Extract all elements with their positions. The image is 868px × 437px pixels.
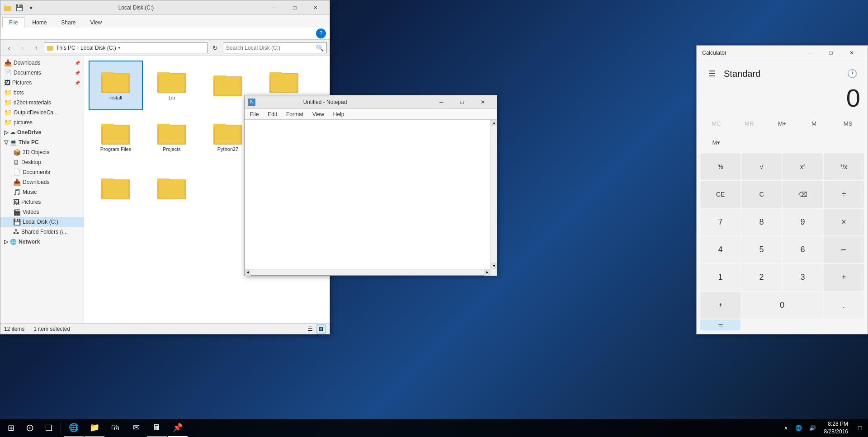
calc-decimal-button[interactable]: . xyxy=(824,292,864,319)
sidebar-item-downloads-quick[interactable]: 📥 Downloads 📌 xyxy=(0,58,84,68)
taskbar-calculator-button[interactable]: 🖩 xyxy=(147,419,167,437)
start-button[interactable]: ⊞ xyxy=(2,419,20,437)
calc-6-button[interactable]: 6 xyxy=(783,236,823,263)
minimize-button[interactable]: ─ xyxy=(264,0,284,15)
calculator-history-button[interactable]: 🕐 xyxy=(844,66,860,82)
calc-percent-button[interactable]: % xyxy=(700,153,741,180)
taskbar-mail-button[interactable]: ✉ xyxy=(126,419,146,437)
notepad-menu-format[interactable]: Format xyxy=(283,110,307,118)
sidebar-item-videos[interactable]: 🎬 Videos xyxy=(0,207,84,217)
tab-share[interactable]: Share xyxy=(54,17,82,28)
calc-2-button[interactable]: 2 xyxy=(741,264,782,291)
calc-9-button[interactable]: 9 xyxy=(783,209,823,235)
calc-add-button[interactable]: + xyxy=(824,264,864,291)
scroll-down-button[interactable]: ▼ xyxy=(491,263,497,269)
sidebar-item-bots[interactable]: 📁 bots xyxy=(0,88,84,98)
notepad-menu-help[interactable]: Help xyxy=(330,110,348,118)
notepad-textarea[interactable] xyxy=(245,120,491,269)
sidebar-onedrive[interactable]: ▷ ☁ OneDrive xyxy=(0,127,84,137)
calc-square-button[interactable]: x² xyxy=(783,153,823,180)
notepad-minimize-button[interactable]: ─ xyxy=(431,95,452,109)
calc-multiply-button[interactable]: × xyxy=(824,209,864,235)
grid-view-button[interactable]: ⊞ xyxy=(316,324,326,334)
notepad-vertical-scrollbar[interactable]: ▲ ▼ xyxy=(491,120,497,269)
list-view-button[interactable]: ☰ xyxy=(305,324,315,334)
calc-mrecall-button[interactable]: M▾ xyxy=(700,133,732,151)
folder-row4c[interactable] xyxy=(145,164,199,213)
taskbar-network-button[interactable]: 🌐 xyxy=(793,419,805,437)
calc-maximize-button[interactable]: □ xyxy=(821,46,841,60)
close-button[interactable]: ✕ xyxy=(305,0,326,15)
taskbar-volume-button[interactable]: 🔊 xyxy=(807,419,819,437)
sidebar-item-documents-quick[interactable]: 📄 Documents 📌 xyxy=(0,68,84,78)
search-input[interactable] xyxy=(226,45,314,51)
sidebar-item-local-disk[interactable]: 💾 Local Disk (C:) xyxy=(0,217,84,227)
calc-ms-button[interactable]: MS xyxy=(832,114,864,132)
taskbar-store-button[interactable]: 🛍 xyxy=(105,419,125,437)
scroll-right-button[interactable]: ► xyxy=(484,269,491,276)
folder-program-files[interactable]: Program Files xyxy=(89,112,143,162)
calc-sqrt-button[interactable]: √ xyxy=(741,153,782,180)
sidebar-item-d2bot[interactable]: 📁 d2bot-materials xyxy=(0,98,84,108)
taskbar-file-explorer-button[interactable]: 📁 xyxy=(85,419,104,437)
folder-lib[interactable]: Lib xyxy=(145,61,199,110)
taskbar-active-app-button[interactable]: 📌 xyxy=(168,419,188,437)
cortana-button[interactable]: ⊙ xyxy=(21,419,39,437)
calc-3-button[interactable]: 3 xyxy=(783,264,823,291)
calc-negate-button[interactable]: ± xyxy=(700,292,741,319)
scroll-left-button[interactable]: ◄ xyxy=(245,269,251,276)
calculator-menu-button[interactable]: ☰ xyxy=(704,66,720,82)
sidebar-item-output[interactable]: 📁 OutputDeviceCa... xyxy=(0,108,84,117)
calc-close-button[interactable]: ✕ xyxy=(841,46,862,60)
tab-file[interactable]: File xyxy=(2,17,24,28)
calc-mminus-button[interactable]: M- xyxy=(799,114,831,132)
notepad-menu-file[interactable]: File xyxy=(246,110,262,118)
breadcrumb[interactable]: This PC › Local Disk (C:) ▾ xyxy=(44,42,208,53)
scroll-up-button[interactable]: ▲ xyxy=(491,120,497,126)
sidebar-item-shared-folders[interactable]: 🖧 Shared Folders (\... xyxy=(0,227,84,237)
calc-reciprocal-button[interactable]: ¹/x xyxy=(824,153,864,180)
taskbar-clock[interactable]: 8:28 PM 8/28/2016 xyxy=(821,420,852,436)
sidebar-item-desktop[interactable]: 🖥 Desktop xyxy=(0,157,84,167)
tab-view[interactable]: View xyxy=(83,17,108,28)
task-view-button[interactable]: ❑ xyxy=(40,419,58,437)
calc-0-button[interactable]: 0 xyxy=(741,292,823,319)
sidebar-item-documents[interactable]: 📄 Documents xyxy=(0,167,84,177)
calc-8-button[interactable]: 8 xyxy=(741,209,782,235)
calc-ce-button[interactable]: CE xyxy=(700,181,741,207)
sidebar-item-pictures-folder[interactable]: 📁 pictures xyxy=(0,117,84,127)
sidebar-this-pc[interactable]: ▽ 💻 This PC xyxy=(0,137,84,147)
notepad-close-button[interactable]: ✕ xyxy=(472,95,493,109)
sidebar-item-pictures[interactable]: 🖼 Pictures xyxy=(0,197,84,207)
folder-projects[interactable]: Projects xyxy=(145,112,199,162)
sidebar-network[interactable]: ▷ 🌐 Network xyxy=(0,237,84,247)
calc-7-button[interactable]: 7 xyxy=(700,209,741,235)
calc-equals-button[interactable]: ＝ xyxy=(700,320,741,330)
calc-backspace-button[interactable]: ⌫ xyxy=(783,181,823,207)
sidebar-item-music[interactable]: 🎵 Music xyxy=(0,187,84,197)
maximize-button[interactable]: □ xyxy=(284,0,305,15)
tab-home[interactable]: Home xyxy=(25,17,53,28)
refresh-button[interactable]: ↻ xyxy=(209,42,221,54)
calc-subtract-button[interactable]: − xyxy=(824,236,864,263)
back-button[interactable]: ‹ xyxy=(3,42,15,54)
forward-button[interactable]: › xyxy=(17,42,28,54)
calc-mplus-button[interactable]: M+ xyxy=(766,114,798,132)
taskbar-notification-button[interactable]: □ xyxy=(854,419,866,437)
calc-divide-button[interactable]: ÷ xyxy=(824,181,864,207)
calc-4-button[interactable]: 4 xyxy=(700,236,741,263)
folder-row4b[interactable] xyxy=(89,164,143,213)
calc-mc-button[interactable]: MC xyxy=(700,114,732,132)
notepad-menu-edit[interactable]: Edit xyxy=(264,110,281,118)
search-icon-button[interactable]: 🔍 xyxy=(316,44,324,52)
sidebar-item-3d-objects[interactable]: 📦 3D Objects xyxy=(0,147,84,157)
calc-5-button[interactable]: 5 xyxy=(741,236,782,263)
sidebar-item-downloads[interactable]: 📥 Downloads xyxy=(0,177,84,187)
calc-1-button[interactable]: 1 xyxy=(700,264,741,291)
taskbar-up-arrow-button[interactable]: ∧ xyxy=(781,419,791,437)
taskbar-edge-button[interactable]: 🌐 xyxy=(64,419,84,437)
notepad-menu-view[interactable]: View xyxy=(309,110,328,118)
calc-minimize-button[interactable]: ─ xyxy=(800,46,821,60)
folder-install[interactable]: install xyxy=(89,61,143,110)
up-button[interactable]: ↑ xyxy=(30,42,42,54)
